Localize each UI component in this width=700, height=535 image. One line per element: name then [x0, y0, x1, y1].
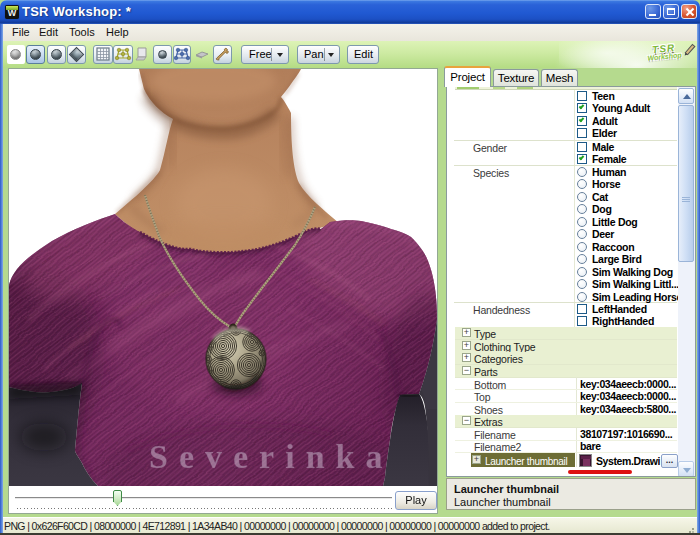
svg-text:Severinka: Severinka [149, 438, 393, 475]
